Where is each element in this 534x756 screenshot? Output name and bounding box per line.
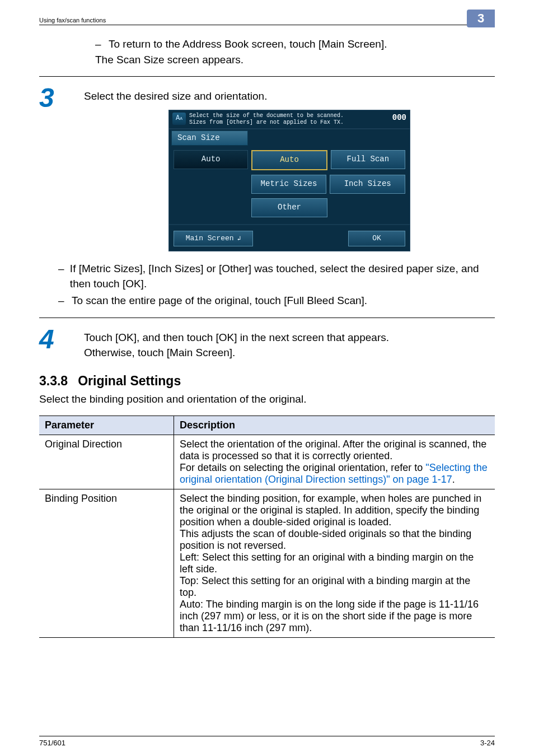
dash: –	[95, 36, 109, 52]
cell-desc-0: Select the orientation of the original. …	[174, 435, 495, 489]
step4-line1: Touch [OK], and then touch [OK] in the n…	[84, 330, 495, 346]
divider	[39, 318, 495, 318]
dash: –	[58, 293, 72, 309]
col-description: Description	[174, 416, 495, 435]
section-number: 3.3.8	[39, 374, 68, 388]
device-screenshot: AA Select the size of the document to be…	[168, 110, 410, 252]
inch-sizes-button[interactable]: Inch Sizes	[330, 175, 405, 194]
step3-text: Select the desired size and orientation.	[84, 89, 495, 104]
footer-right: 3-24	[480, 739, 495, 747]
step-number-4: 4	[39, 326, 84, 353]
cell-param-0: Original Direction	[39, 435, 174, 489]
device-counter: 000	[388, 113, 406, 124]
device-tab-scan-size[interactable]: Scan Size	[171, 130, 248, 146]
return-arrow-icon: ↲	[237, 235, 241, 243]
auto-button-current[interactable]: Auto	[174, 150, 248, 169]
step3-bullet-2: To scan the entire page of the original,…	[72, 293, 367, 309]
cell-desc-1: Select the binding position, for example…	[174, 489, 495, 638]
other-button[interactable]: Other	[251, 198, 327, 217]
device-hint-2: Sizes from [Others] are not applied to F…	[189, 119, 388, 126]
col-parameter: Parameter	[39, 416, 174, 435]
ok-button[interactable]: OK	[348, 231, 405, 246]
step-number-3: 3	[39, 85, 84, 111]
section-intro: Select the binding position and orientat…	[0, 393, 534, 416]
zoom-icon: AA	[172, 113, 186, 125]
metric-sizes-button[interactable]: Metric Sizes	[251, 175, 327, 194]
dash: –	[58, 262, 70, 291]
full-scan-button[interactable]: Full Scan	[331, 150, 405, 169]
divider	[39, 76, 495, 77]
device-hint-1: Select the size of the document to be sc…	[189, 113, 388, 119]
auto-button-selected[interactable]: Auto	[251, 150, 327, 170]
table-row: Original Direction Select the orientatio…	[39, 435, 495, 489]
chapter-tab: 3	[467, 10, 495, 27]
footer-left: 751/601	[39, 739, 65, 747]
intro-line-2: The Scan Size screen appears.	[95, 52, 495, 68]
section-title: Original Settings	[78, 374, 181, 388]
cell-param-1: Binding Position	[39, 489, 174, 638]
intro-bullet-1: To return to the Address Book screen, to…	[109, 36, 387, 52]
settings-table: Parameter Description Original Direction…	[39, 416, 495, 638]
table-row: Binding Position Select the binding posi…	[39, 489, 495, 638]
main-screen-button[interactable]: Main Screen↲	[174, 231, 253, 246]
step3-bullet-1: If [Metric Sizes], [Inch Sizes] or [Othe…	[70, 262, 495, 291]
running-header: Using fax/scan functions	[39, 17, 106, 25]
step4-line2: Otherwise, touch [Main Screen].	[84, 346, 495, 361]
